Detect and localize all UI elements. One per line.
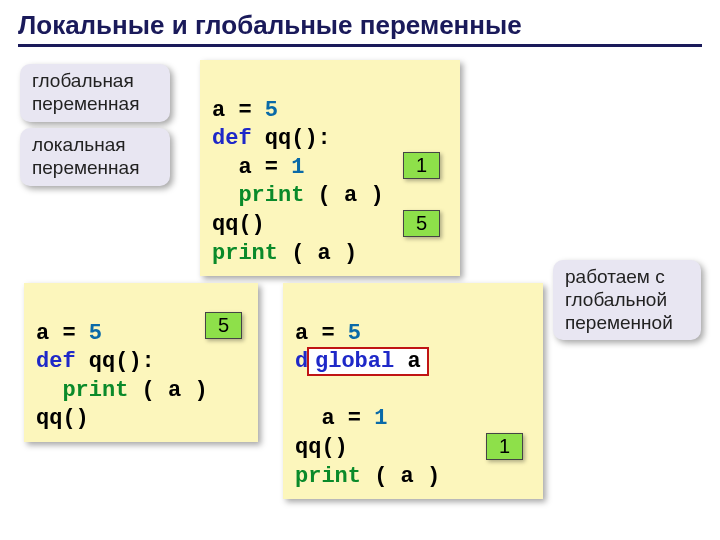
code-text: a = 5 def qq(): a = 1 qq() print ( a ): [295, 321, 440, 489]
output-badge-5a: 5: [403, 210, 440, 237]
callout-global-var: глобальнаяпеременная: [20, 64, 170, 122]
code-text: a = 5 def qq(): a = 1 print ( a ) qq() p…: [212, 98, 384, 266]
callout-local-var: локальнаяпеременная: [20, 128, 170, 186]
output-badge-1: 1: [403, 152, 440, 179]
page-title: Локальные и глобальные переменные: [18, 10, 522, 41]
code-text: a = 5 def qq(): print ( a ) qq(): [36, 321, 208, 432]
callout-work-global: работаем сглобальнойпеременной: [553, 260, 701, 340]
title-underline: [18, 44, 702, 47]
code-block-3: a = 5 def qq(): a = 1 qq() print ( a ): [283, 283, 543, 499]
output-badge-5b: 5: [205, 312, 242, 339]
code-block-2: a = 5 def qq(): print ( a ) qq(): [24, 283, 258, 442]
output-badge-1b: 1: [486, 433, 523, 460]
highlight-global: global a: [307, 347, 429, 376]
